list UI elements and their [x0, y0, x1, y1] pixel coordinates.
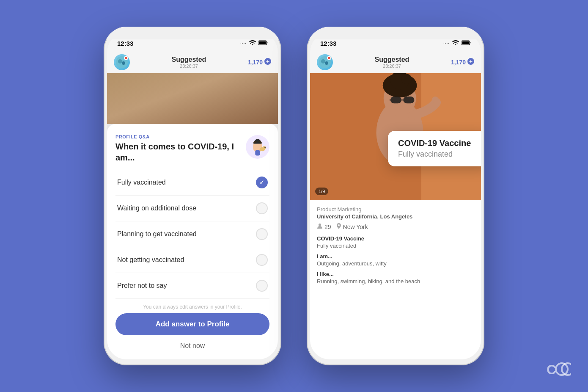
not-now-button[interactable]: Not now: [115, 339, 269, 353]
vaccine-label: COVID-19 Vaccine: [317, 235, 474, 242]
time-display-1: 12:33: [117, 40, 133, 47]
modal-card: PROFILE Q&A When it comes to COVID-19, I…: [107, 124, 278, 359]
svg-point-30: [319, 224, 321, 226]
tooltip-value: Fully vaccinated: [398, 150, 479, 159]
phone-2: 12:33 ····: [307, 27, 484, 365]
notification-dot-1: [124, 56, 128, 60]
answer-text-0: Fully vaccinated: [117, 179, 166, 186]
answer-check-3: [256, 254, 268, 266]
profile-job: Product Marketing: [317, 206, 474, 213]
tooltip-title: COVID-19 Vaccine: [398, 138, 479, 148]
ilike-section: I like... Running, swimming, hiking, and…: [317, 271, 474, 284]
badge-count-1: 1,170: [248, 59, 263, 66]
vaccine-section: COVID-19 Vaccine Fully vaccinated: [317, 235, 474, 249]
profile-age: 29: [317, 223, 331, 230]
badge-icon-1: [264, 58, 271, 66]
wifi-icon-1: [249, 39, 256, 47]
answer-check-1: [256, 202, 268, 214]
signal-dots-icon-2: ····: [443, 41, 450, 46]
background-image-1: [107, 73, 278, 124]
phone-1-screen: 12:33 ····: [107, 33, 278, 359]
profile-photo: 1/9 COVID-19 Vaccine Fully vaccinated: [310, 73, 481, 200]
profile-qa-label: PROFILE Q&A: [115, 134, 246, 139]
add-profile-button[interactable]: Add answer to Profile: [115, 313, 269, 335]
status-bar-2: 12:33 ····: [310, 33, 481, 51]
modal-question: When it comes to COVID-19, I am...: [115, 141, 246, 163]
svg-point-4: [122, 61, 125, 65]
answer-option-1[interactable]: Waiting on additional dose: [115, 196, 269, 221]
time-display-2: 12:33: [320, 40, 336, 47]
phones-container: 12:33 ····: [104, 27, 484, 365]
status-icons-2: ····: [443, 39, 471, 47]
svg-point-16: [325, 61, 328, 65]
person-icon: [317, 223, 323, 230]
app-header-2: Suggested 23:26:37 1,170: [310, 51, 481, 73]
app-logo-1: [114, 54, 130, 70]
svg-point-29: [432, 97, 439, 103]
ilike-label: I like...: [317, 271, 474, 277]
profile-info: Product Marketing University of Californ…: [310, 200, 481, 359]
brand-logo: C: [546, 361, 571, 379]
modal-illustration: [246, 134, 269, 160]
svg-point-3: [118, 59, 122, 63]
answer-option-3[interactable]: Not getting vaccinated: [115, 247, 269, 273]
photo-counter: 1/9: [315, 188, 328, 195]
status-icons-1: ····: [240, 39, 268, 47]
header-center-1: Suggested 23:26:37: [130, 56, 248, 69]
modal-header: PROFILE Q&A When it comes to COVID-19, I…: [115, 134, 269, 163]
header-subtitle-2: 23:26:37: [333, 63, 451, 69]
svg-rect-13: [462, 41, 469, 44]
header-badge-1: 1,170: [248, 58, 271, 66]
svg-rect-25: [390, 97, 401, 103]
svg-point-15: [321, 59, 325, 63]
svg-rect-1: [259, 41, 266, 44]
answer-check-4: [256, 280, 268, 292]
answer-option-4[interactable]: Prefer not to say: [115, 273, 269, 299]
answer-option-0[interactable]: Fully vaccinated: [115, 170, 269, 196]
battery-icon-1: [258, 39, 268, 47]
signal-dots-icon-1: ····: [240, 41, 247, 46]
age-value: 29: [324, 224, 331, 230]
answer-options: Fully vaccinatedWaiting on additional do…: [115, 170, 269, 299]
header-badge-2: 1,170: [451, 58, 474, 66]
profile-meta: 29 New York: [317, 223, 474, 230]
svg-point-11: [264, 147, 266, 148]
svg-rect-26: [403, 97, 414, 103]
wifi-icon-2: [452, 39, 459, 47]
app-logo-2: [317, 54, 333, 70]
answer-option-2[interactable]: Planning to get vaccinated: [115, 221, 269, 247]
phone-2-screen: 12:33 ····: [310, 33, 481, 359]
ilike-value: Running, swimming, hiking, and the beach: [317, 278, 474, 284]
modal-header-text: PROFILE Q&A When it comes to COVID-19, I…: [115, 134, 246, 163]
profile-location: New York: [336, 223, 368, 230]
svg-text:C: C: [547, 362, 556, 377]
app-header-1: Suggested 23:26:37 1,170: [107, 51, 278, 73]
answer-check-0: [256, 177, 268, 188]
edit-note: You can always edit answers in your Prof…: [115, 299, 269, 313]
answer-text-2: Planning to get vaccinated: [117, 230, 197, 238]
header-subtitle-1: 23:26:37: [130, 63, 248, 69]
answer-text-3: Not getting vaccinated: [117, 256, 184, 264]
answer-check-2: [256, 228, 268, 240]
iam-value: Outgoing, adventurous, witty: [317, 260, 474, 267]
status-bar-1: 12:33 ····: [107, 33, 278, 51]
iam-section: I am... Outgoing, adventurous, witty: [317, 253, 474, 267]
location-value: New York: [343, 224, 368, 230]
svg-point-24: [401, 74, 412, 84]
vaccine-tooltip: COVID-19 Vaccine Fully vaccinated: [388, 131, 481, 166]
badge-count-2: 1,170: [451, 59, 466, 66]
phone-1: 12:33 ····: [104, 27, 281, 365]
header-title-1: Suggested: [130, 56, 248, 63]
iam-label: I am...: [317, 253, 474, 259]
location-icon: [336, 223, 341, 230]
svg-rect-8: [256, 150, 260, 155]
answer-text-1: Waiting on additional dose: [117, 204, 196, 212]
battery-icon-2: [462, 39, 471, 47]
vaccine-value: Fully vaccinated: [317, 243, 474, 249]
header-center-2: Suggested 23:26:37: [333, 56, 451, 69]
badge-icon-2: [467, 58, 474, 66]
header-title-2: Suggested: [333, 56, 451, 63]
answer-text-4: Prefer not to say: [117, 282, 167, 290]
profile-school: University of California, Los Angeles: [317, 213, 474, 220]
notification-dot-2: [327, 56, 331, 60]
